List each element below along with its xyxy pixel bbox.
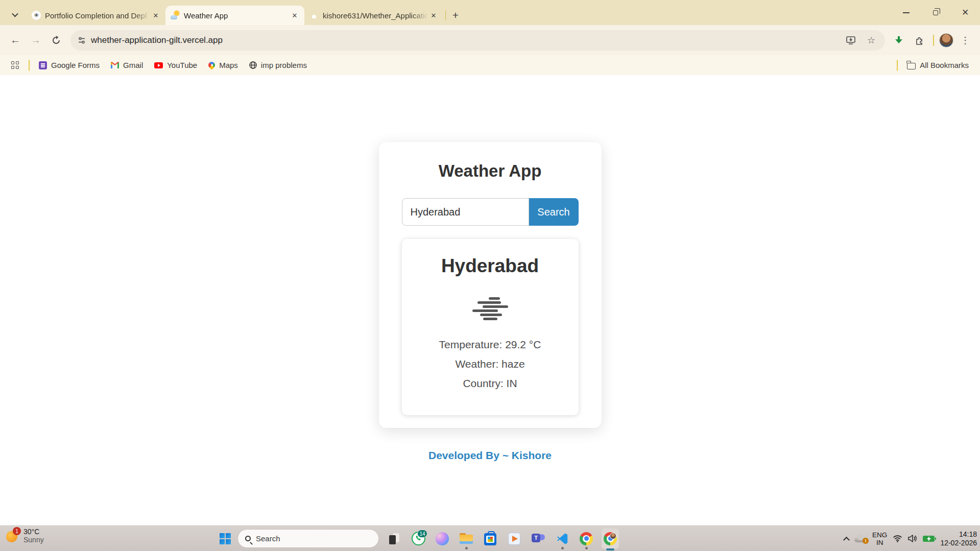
active-window-indicator xyxy=(606,548,614,550)
bookmark-google-forms[interactable]: Google Forms xyxy=(35,59,104,71)
widget-condition: Sunny xyxy=(23,536,44,544)
close-button[interactable]: ✕ xyxy=(950,0,980,25)
vscode-button[interactable] xyxy=(554,527,571,550)
system-tray: ! ENG IN 14:1 xyxy=(844,525,977,551)
extensions-button[interactable] xyxy=(911,32,928,49)
tab-search-button[interactable] xyxy=(6,7,23,22)
bookmarks-bar: Google Forms Gmail YouTube Maps imp prob… xyxy=(0,55,980,75)
bookmark-gmail[interactable]: Gmail xyxy=(107,59,147,71)
language-indicator[interactable]: ENG IN xyxy=(872,531,887,546)
city-search-input[interactable] xyxy=(402,198,529,226)
chrome-icon xyxy=(604,532,617,545)
close-icon: ✕ xyxy=(962,7,969,18)
tray-expand-button[interactable] xyxy=(844,536,849,541)
forward-button[interactable]: → xyxy=(27,31,45,50)
tab-close-icon[interactable]: ✕ xyxy=(289,10,300,21)
weather-widget[interactable]: 1 30°C Sunny xyxy=(5,528,44,544)
bookmark-label: Google Forms xyxy=(51,61,100,69)
chrome-button[interactable] xyxy=(578,527,595,550)
language-line1: ENG xyxy=(872,531,887,539)
task-view-button[interactable] xyxy=(386,527,403,550)
whatsapp-button[interactable]: 14 xyxy=(410,527,427,550)
tab-github-repo[interactable]: kishore631/Whether_Applicatio ✕ xyxy=(304,6,443,25)
browser-window: ✳ Portfolio Completion and Depl ✕ Weathe… xyxy=(0,0,980,75)
search-icon xyxy=(245,536,251,541)
bookmark-label: imp problems xyxy=(261,61,307,69)
tab-close-icon[interactable]: ✕ xyxy=(150,10,161,21)
browser-toolbar: ← → whether-application-gilt.vercel.app … xyxy=(0,25,980,55)
profile-avatar[interactable] xyxy=(939,33,953,47)
running-indicator xyxy=(585,547,588,549)
taskbar-search[interactable]: Search xyxy=(237,529,379,548)
google-forms-icon xyxy=(39,61,47,69)
reload-icon xyxy=(52,36,61,45)
bookmark-maps[interactable]: Maps xyxy=(204,59,242,71)
download-button[interactable] xyxy=(890,32,907,49)
country-text: Country: IN xyxy=(407,377,573,390)
whatsapp-badge: 14 xyxy=(417,530,427,538)
apps-grid-button[interactable] xyxy=(7,60,23,71)
clock[interactable]: 14:18 12-02-2026 xyxy=(940,530,977,547)
microsoft-store-button[interactable] xyxy=(482,527,499,550)
taskbar-center: Search 14 xyxy=(220,525,619,551)
sunny-icon: 1 xyxy=(5,528,19,543)
taskbar-search-label: Search xyxy=(256,534,280,543)
teams-button[interactable] xyxy=(530,527,547,550)
widget-badge: 1 xyxy=(13,527,21,535)
bookmark-label: YouTube xyxy=(167,61,197,69)
bookmark-imp-problems[interactable]: imp problems xyxy=(245,59,311,71)
globe-icon xyxy=(249,61,257,69)
reload-button[interactable] xyxy=(47,31,65,50)
browser-menu-button[interactable]: ⋮ xyxy=(957,32,974,49)
extensions-icon xyxy=(915,36,924,45)
wifi-icon xyxy=(893,535,902,542)
minimize-icon xyxy=(903,12,910,13)
bookmark-star-button[interactable]: ☆ xyxy=(864,33,879,48)
all-bookmarks-button[interactable]: All Bookmarks xyxy=(903,59,973,71)
search-row: Search xyxy=(402,198,579,226)
onedrive-button[interactable]: ! xyxy=(854,535,867,542)
tab-weather-app[interactable]: Weather App ✕ xyxy=(165,6,304,25)
install-icon xyxy=(846,36,855,44)
chevron-up-icon xyxy=(843,537,850,543)
tab-close-icon[interactable]: ✕ xyxy=(428,10,439,21)
minimize-button[interactable] xyxy=(891,0,921,25)
tab-title: kishore631/Whether_Applicatio xyxy=(323,11,428,20)
weather-text: Weather: haze xyxy=(407,358,573,370)
search-button[interactable]: Search xyxy=(529,198,579,226)
file-explorer-button[interactable] xyxy=(458,527,475,550)
site-info-icon[interactable] xyxy=(78,36,86,44)
weather-app-card: Weather App Search Hyderabad Temperature… xyxy=(379,142,602,428)
maps-icon xyxy=(207,60,216,69)
tray-time: 14:18 xyxy=(959,530,977,538)
wifi-button[interactable] xyxy=(893,535,902,542)
install-app-button[interactable] xyxy=(843,33,858,48)
media-player-button[interactable] xyxy=(506,527,523,550)
start-button[interactable] xyxy=(220,533,231,544)
youtube-icon xyxy=(154,62,163,68)
page-title: Weather App xyxy=(402,161,579,181)
window-controls: ✕ xyxy=(891,0,980,25)
back-button[interactable]: ← xyxy=(6,31,25,50)
gmail-icon xyxy=(111,62,119,68)
bookmark-youtube[interactable]: YouTube xyxy=(150,59,201,71)
battery-button[interactable] xyxy=(923,536,935,542)
volume-button[interactable] xyxy=(908,535,917,542)
copilot-icon xyxy=(436,532,449,545)
profile-avatar-overlay xyxy=(610,533,616,539)
vscode-icon xyxy=(556,533,568,545)
tab-portfolio[interactable]: ✳ Portfolio Completion and Depl ✕ xyxy=(27,6,165,25)
address-bar[interactable]: whether-application-gilt.vercel.app ☆ xyxy=(70,30,885,51)
developer-credit-link[interactable]: Developed By ~ Kishore xyxy=(0,449,980,462)
teams-icon xyxy=(532,532,545,545)
all-bookmarks-label: All Bookmarks xyxy=(920,61,969,69)
maximize-button[interactable] xyxy=(921,0,950,25)
weather-result-card: Hyderabad Temperature: 29.2 °C Weather: … xyxy=(402,239,579,415)
tab-divider xyxy=(445,10,446,20)
chrome-profile-button[interactable] xyxy=(602,529,619,549)
toolbar-actions: ⋮ xyxy=(890,32,974,49)
new-tab-button[interactable]: + xyxy=(448,7,463,22)
copilot-button[interactable] xyxy=(434,527,451,550)
url-text[interactable]: whether-application-gilt.vercel.app xyxy=(91,35,838,45)
download-icon xyxy=(894,36,903,45)
